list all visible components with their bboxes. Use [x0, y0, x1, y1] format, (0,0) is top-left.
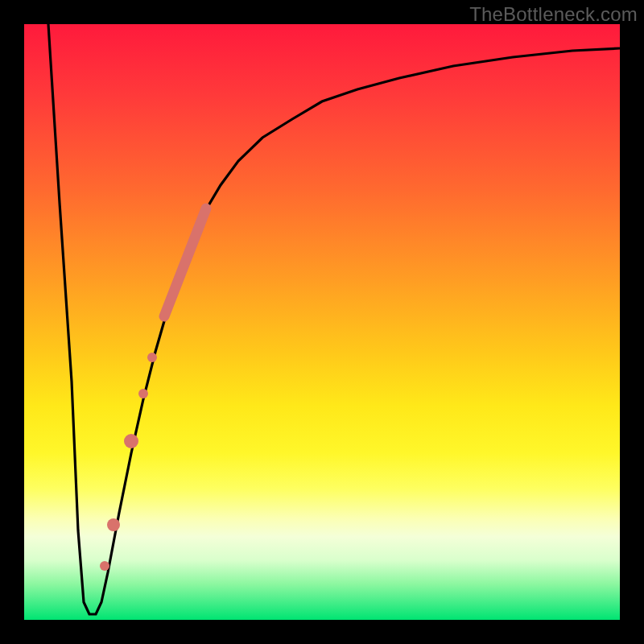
- curve-layer: [24, 24, 620, 620]
- marker-dot-2: [138, 389, 148, 398]
- marker-dot-3: [124, 434, 138, 448]
- chart-frame: TheBottleneck.com: [0, 0, 644, 644]
- watermark-text: TheBottleneck.com: [469, 3, 638, 26]
- marker-dot-4: [107, 518, 120, 531]
- bottleneck-curve: [48, 24, 620, 614]
- highlight-band: [164, 208, 206, 316]
- plot-area: [24, 24, 620, 620]
- marker-dot-1: [147, 353, 157, 362]
- marker-dot-5: [100, 561, 109, 571]
